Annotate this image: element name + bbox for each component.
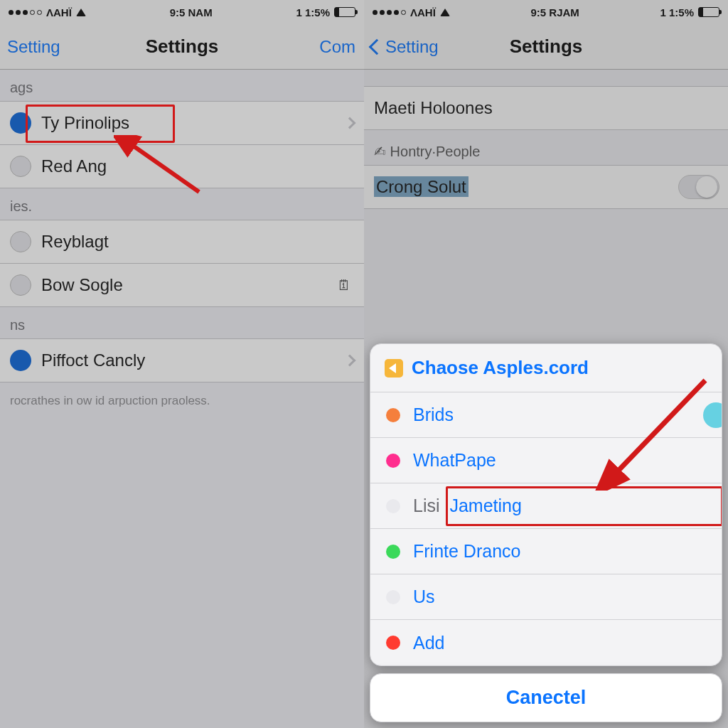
sheet-header: Chaose Asples.cord bbox=[370, 344, 722, 392]
row-icon bbox=[10, 350, 31, 371]
sheet-option-add[interactable]: Add bbox=[370, 620, 722, 665]
row-label: Piffoct Cancly bbox=[41, 350, 145, 370]
section-footnote: rocrathes in ow id arpuction praoless. bbox=[0, 382, 364, 419]
sheet-option-label: Lisi Jameting bbox=[413, 496, 522, 516]
carrier-label: ΛΑΗΪ bbox=[46, 6, 72, 18]
sheet-option-label: Frinte Dranco bbox=[413, 541, 520, 562]
sheet-header-icon bbox=[385, 359, 403, 378]
sheet-option-label: WhatPape bbox=[413, 450, 496, 471]
chevron-right-icon bbox=[344, 355, 356, 367]
sheet-option-frinte[interactable]: Frinte Dranco bbox=[370, 529, 722, 574]
phone-screen-left: ΛΑΗΪ 9:5 NAM 1 1:5% Setting Settings Com… bbox=[0, 0, 364, 728]
nav-bar: Setting Settings Com bbox=[0, 24, 364, 70]
sheet-option-whatpape[interactable]: WhatPape bbox=[370, 438, 722, 483]
color-bullet-icon bbox=[386, 545, 400, 559]
battery-icon bbox=[334, 7, 355, 17]
color-bullet-icon bbox=[386, 454, 400, 468]
section-sub-label: ✍︎ Hontry·People bbox=[364, 130, 728, 166]
calendar-icon: 🗓 bbox=[337, 277, 351, 294]
carrier-label: ΛΑΗΪ bbox=[410, 6, 436, 18]
chevron-left-icon bbox=[369, 38, 385, 55]
row-label: Ty Prinolips bbox=[41, 113, 129, 133]
sheet-option-label: Us bbox=[413, 587, 435, 607]
status-bar: ΛΑΗΪ 9:5 NAM 1 1:5% bbox=[0, 0, 364, 24]
sheet-title: Chaose Asples.cord bbox=[412, 357, 589, 379]
settings-row-maeti[interactable]: Maeti Holoones bbox=[364, 86, 728, 130]
nav-bar: Setting Settings bbox=[364, 24, 728, 70]
row-icon bbox=[10, 112, 31, 134]
toggle-switch[interactable] bbox=[678, 175, 719, 199]
sheet-option-us[interactable]: Us bbox=[370, 574, 722, 620]
battery-percent: 1 1:5% bbox=[660, 6, 694, 18]
color-bullet-icon bbox=[386, 499, 400, 513]
section-header: ns bbox=[0, 307, 364, 339]
wifi-icon bbox=[440, 9, 450, 16]
row-icon bbox=[10, 274, 31, 296]
color-bullet-icon bbox=[386, 408, 400, 422]
row-label: Bow Sogle bbox=[41, 275, 123, 295]
row-icon bbox=[10, 156, 31, 177]
nav-title: Settings bbox=[146, 36, 219, 58]
settings-row-reyblagt[interactable]: Reyblagt bbox=[0, 220, 364, 264]
settings-row-redang[interactable]: Red Ang bbox=[0, 144, 364, 188]
battery-icon bbox=[698, 7, 719, 17]
sheet-option-jameting[interactable]: Lisi Jameting bbox=[370, 483, 722, 529]
status-bar: ΛΑΗΪ 9:5 RJAM 1 1:5% bbox=[364, 0, 728, 24]
settings-row-prinolips[interactable]: Ty Prinolips bbox=[0, 101, 364, 145]
status-time: 9:5 NAM bbox=[170, 6, 213, 18]
sheet-cancel-button[interactable]: Canectel bbox=[370, 673, 722, 722]
phone-screen-right: ΛΑΗΪ 9:5 RJAM 1 1:5% Setting Settings Ma… bbox=[364, 0, 728, 728]
settings-row-bowsogle[interactable]: Bow Sogle 🗓 bbox=[0, 263, 364, 307]
row-label: Red Ang bbox=[41, 156, 107, 176]
sheet-option-label: Brids bbox=[413, 405, 454, 425]
nav-title: Settings bbox=[510, 36, 583, 58]
color-bullet-icon bbox=[386, 590, 400, 604]
back-button[interactable]: Setting bbox=[371, 37, 439, 57]
settings-row-piffoct[interactable]: Piffoct Cancly bbox=[0, 338, 364, 382]
row-label: Maeti Holoones bbox=[374, 98, 493, 118]
section-header: ies. bbox=[0, 188, 364, 220]
row-label: Crong Solut bbox=[374, 177, 469, 197]
signal-dots-icon bbox=[9, 10, 42, 15]
battery-percent: 1 1:5% bbox=[296, 6, 330, 18]
sheet-option-brids[interactable]: Brids bbox=[370, 392, 722, 438]
nav-right-button[interactable]: Com bbox=[319, 37, 355, 57]
settings-row-crong[interactable]: Crong Solut bbox=[364, 165, 728, 209]
side-circle-icon bbox=[703, 402, 722, 428]
wifi-icon bbox=[76, 9, 86, 16]
row-label: Reyblagt bbox=[41, 232, 109, 252]
row-icon bbox=[10, 231, 31, 252]
section-header: ags bbox=[0, 70, 364, 102]
signal-dots-icon bbox=[373, 10, 406, 15]
action-sheet: Chaose Asples.cord Brids WhatPape Lisi J… bbox=[370, 343, 722, 722]
color-bullet-icon bbox=[386, 636, 400, 650]
sheet-option-label: Add bbox=[413, 633, 444, 653]
chevron-right-icon bbox=[344, 117, 356, 129]
status-time: 9:5 RJAM bbox=[530, 6, 579, 18]
back-button[interactable]: Setting bbox=[7, 37, 60, 57]
